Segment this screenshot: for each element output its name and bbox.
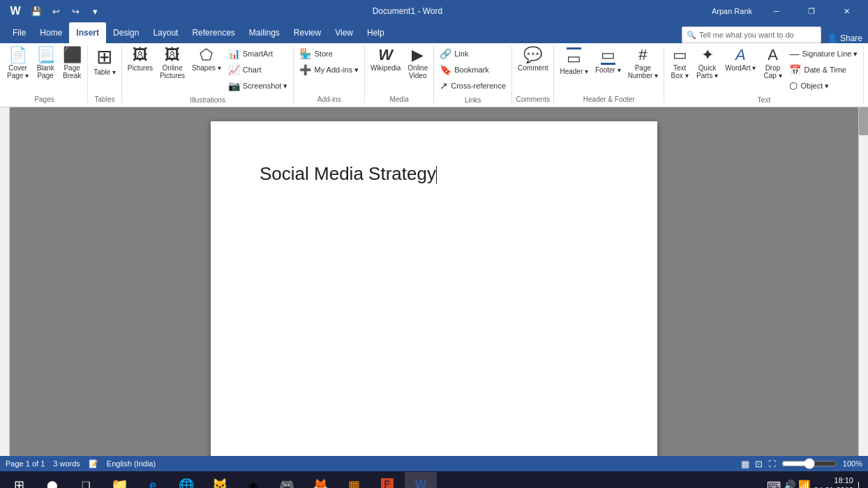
quick-parts-btn[interactable]: ✦ QuickParts ▾ [694, 46, 721, 81]
page-number-btn[interactable]: # PageNumber ▾ [625, 46, 661, 81]
ribbon-tabs: File Home Insert Design Layout Reference… [0, 22, 868, 43]
zoom-slider[interactable] [781, 459, 837, 468]
taskbar-app1[interactable]: 🎮 [271, 472, 303, 488]
blank-page-label: BlankPage [37, 64, 54, 79]
text-column: — Signature Line ▾ 📅 Date & Time ⬡ Objec… [786, 46, 860, 93]
layout-web-icon[interactable]: ⊡ [755, 459, 763, 469]
wordart-icon: A [735, 47, 746, 63]
tab-mailings[interactable]: Mailings [242, 22, 287, 43]
show-desktop-btn[interactable]: | [858, 480, 860, 488]
page-break-btn[interactable]: ⬛ PageBreak [59, 46, 84, 81]
taskbar-explorer[interactable]: 📁 [103, 472, 135, 488]
store-btn[interactable]: 🏪 Store [297, 46, 361, 61]
taskbar-app2[interactable]: ▦ [338, 472, 370, 488]
smartart-btn[interactable]: 📊 SmartArt [225, 46, 291, 61]
page-count[interactable]: Page 1 of 1 [6, 459, 45, 468]
shapes-btn[interactable]: ⬠ Shapes ▾ [189, 46, 224, 73]
taskbar-firefox[interactable]: 🦊 [304, 472, 336, 488]
chart-btn[interactable]: 📈 Chart [225, 62, 291, 77]
wikipedia-label: Wikipedia [371, 64, 401, 72]
taskbar-powerpoint[interactable]: 🅿 [371, 472, 403, 488]
text-box-btn[interactable]: ▭ TextBox ▾ [667, 46, 692, 81]
pictures-icon: 🖼 [133, 47, 148, 63]
redo-qat-btn[interactable]: ↪ [67, 3, 84, 20]
tab-file[interactable]: File [6, 22, 33, 43]
focus-mode-icon[interactable]: ⛶ [768, 459, 776, 468]
wordart-btn[interactable]: A WordArt ▾ [722, 46, 758, 73]
cortana-btn[interactable]: ⬤ [36, 472, 68, 488]
tab-view[interactable]: View [328, 22, 360, 43]
cover-page-btn[interactable]: 📄 CoverPage ▾ [4, 46, 31, 81]
header-btn[interactable]: ▭ Header ▾ [557, 46, 591, 77]
online-video-icon: ▶ [412, 47, 424, 63]
titlebar: W 💾 ↩ ↪ ▾ Document1 - Word Arpan Rank ─ … [0, 0, 868, 22]
minimize-btn[interactable]: ─ [761, 0, 793, 22]
table-icon: ⊞ [96, 47, 112, 67]
scrollbar-thumb[interactable] [859, 107, 868, 135]
link-btn[interactable]: 🔗 Link [437, 46, 509, 61]
system-time[interactable]: 18:10 24-01-2018 [814, 475, 853, 488]
date-time-btn[interactable]: 📅 Date & Time [786, 62, 860, 77]
pictures-label: Pictures [128, 64, 153, 72]
document-page[interactable]: Social Media Strategy [211, 121, 657, 456]
taskbar-unity[interactable]: ◈ [237, 472, 269, 488]
save-qat-btn[interactable]: 💾 [28, 3, 45, 20]
pictures-btn[interactable]: 🖼 Pictures [125, 46, 156, 73]
tab-review[interactable]: Review [287, 22, 328, 43]
tab-design[interactable]: Design [106, 22, 146, 43]
text-items: ▭ TextBox ▾ ✦ QuickParts ▾ A WordArt ▾ A… [667, 46, 860, 93]
screenshot-btn[interactable]: 📷 Screenshot ▾ [225, 78, 291, 93]
restore-btn[interactable]: ❐ [795, 0, 828, 22]
document-title: Document1 - Word [103, 6, 712, 16]
close-btn[interactable]: ✕ [830, 0, 862, 22]
tab-references[interactable]: References [185, 22, 241, 43]
taskbar-word[interactable]: W [405, 472, 437, 488]
comment-btn[interactable]: 💬 Comment [515, 46, 551, 73]
start-btn[interactable]: ⊞ [3, 472, 35, 488]
document-area[interactable]: Social Media Strategy [10, 107, 858, 456]
taskbar-edge[interactable]: e [137, 472, 169, 488]
bookmark-btn[interactable]: 🔖 Bookmark [437, 62, 509, 77]
my-addins-btn[interactable]: ➕ My Add-ins ▾ [297, 62, 361, 77]
cross-reference-btn[interactable]: ↗ Cross-reference [437, 78, 509, 93]
taskbar-left: ⊞ ⬤ ❑ 📁 e 🌐 🐱 ◈ 🎮 🦊 ▦ 🅿 W [3, 472, 437, 488]
online-pictures-btn[interactable]: 🖼 OnlinePictures [157, 46, 188, 81]
statusbar-left: Page 1 of 1 3 words 📝 English (India) [6, 459, 156, 468]
tab-layout[interactable]: Layout [146, 22, 185, 43]
tab-help[interactable]: Help [360, 22, 391, 43]
blank-page-btn[interactable]: 📃 BlankPage [33, 46, 58, 81]
proofing-icon[interactable]: 📝 [89, 459, 98, 468]
taskview-btn[interactable]: ❑ [70, 472, 102, 488]
undo-qat-btn[interactable]: ↩ [47, 3, 64, 20]
layout-print-icon[interactable]: ▦ [741, 459, 749, 469]
text-group-label: Text [667, 95, 860, 104]
my-addins-icon: ➕ [299, 64, 311, 75]
drop-cap-btn[interactable]: A DropCap ▾ [760, 46, 785, 81]
scroll-right[interactable] [858, 107, 868, 456]
user-name: Arpan Rank [712, 7, 752, 15]
tell-me-input[interactable]: 🔍 Tell me what you want to do [682, 26, 821, 43]
systray-icons[interactable]: ⌨ 🔊 📶 [767, 480, 810, 488]
zoom-level[interactable]: 100% [843, 459, 862, 468]
tables-items: ⊞ Table ▾ [91, 46, 119, 93]
tab-insert[interactable]: Insert [69, 22, 106, 43]
language[interactable]: English (India) [107, 459, 156, 468]
object-btn[interactable]: ⬡ Object ▾ [786, 78, 860, 93]
taskbar-scratch[interactable]: 🐱 [204, 472, 236, 488]
tab-home[interactable]: Home [33, 22, 69, 43]
footer-btn[interactable]: ▭ Footer ▾ [592, 46, 624, 75]
customize-qat-btn[interactable]: ▾ [87, 3, 103, 20]
online-video-btn[interactable]: ▶ OnlineVideo [405, 46, 431, 81]
scroll-left [0, 107, 10, 456]
drop-cap-label: DropCap ▾ [763, 64, 781, 79]
taskbar-chrome[interactable]: 🌐 [170, 472, 202, 488]
word-count[interactable]: 3 words [53, 459, 80, 468]
signature-line-btn[interactable]: — Signature Line ▾ [786, 46, 860, 61]
table-btn[interactable]: ⊞ Table ▾ [91, 46, 119, 77]
comment-label: Comment [518, 64, 548, 72]
wikipedia-icon: W [378, 47, 393, 63]
comment-icon: 💬 [523, 47, 542, 63]
share-btn[interactable]: 👤 Share [827, 33, 862, 43]
document-content[interactable]: Social Media Strategy [260, 163, 608, 185]
wikipedia-btn[interactable]: W Wikipedia [368, 46, 403, 73]
